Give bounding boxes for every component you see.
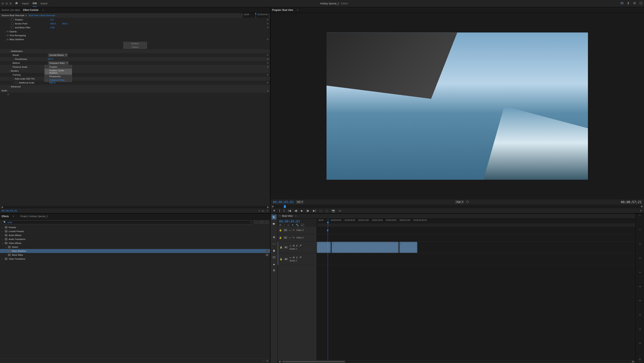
expand-arrow[interactable]: › bbox=[5, 30, 7, 33]
export-icon[interactable]: ⇧ bbox=[266, 209, 268, 212]
new-bin-icon[interactable]: ▭ bbox=[262, 359, 264, 362]
add-marker-icon[interactable]: ▼ bbox=[273, 209, 276, 212]
expand-arrow[interactable]: › bbox=[9, 86, 11, 88]
sequence-name[interactable]: Boat View bbox=[282, 215, 293, 217]
ec-mini-timeline[interactable]: ;00;00 00;00;04;00 bbox=[243, 13, 268, 18]
home-icon[interactable] bbox=[15, 2, 18, 5]
settings-wrench-icon[interactable] bbox=[466, 200, 469, 204]
panel-menu-icon[interactable]: ≡ bbox=[295, 215, 296, 217]
cancel-button[interactable]: Cancel bbox=[123, 46, 147, 49]
nav-export[interactable]: Export bbox=[41, 2, 48, 5]
audio-clip[interactable]: fx bbox=[317, 242, 331, 253]
panel-menu-icon[interactable]: ≡ bbox=[297, 9, 298, 12]
audio-clip[interactable]: fx bbox=[400, 242, 417, 253]
fullscreen-icon[interactable] bbox=[639, 2, 642, 5]
method-option-position[interactable]: Position bbox=[45, 65, 72, 69]
rectangle-tool[interactable] bbox=[272, 255, 276, 260]
export-frame-icon[interactable]: 📷 bbox=[332, 209, 335, 212]
stopwatch-icon[interactable] bbox=[11, 26, 14, 29]
marker-icon[interactable]: ▼ bbox=[292, 224, 294, 227]
pen-tool[interactable] bbox=[272, 248, 276, 253]
hand-tool[interactable] bbox=[272, 262, 276, 266]
mute-button[interactable]: M bbox=[293, 256, 294, 259]
extract-icon[interactable]: ⬚ bbox=[326, 209, 328, 212]
expand-arrow[interactable]: › bbox=[2, 226, 4, 229]
effects-search-input[interactable] bbox=[8, 221, 249, 223]
reset-icon[interactable]: ↺ bbox=[7, 93, 9, 96]
analyze-button[interactable]: Analyze bbox=[123, 42, 147, 45]
track-lane-v3[interactable] bbox=[317, 227, 635, 234]
expand-arrow[interactable]: › bbox=[2, 234, 4, 236]
ec-zoom-bar[interactable] bbox=[2, 206, 268, 208]
snap-icon[interactable]: ⁂ bbox=[279, 224, 282, 227]
track-select-tool[interactable] bbox=[272, 221, 276, 226]
collapse-arrow[interactable]: ⌄ bbox=[5, 246, 7, 248]
fx-badge-icon[interactable]: fx bbox=[7, 31, 9, 33]
track-lane-a1[interactable]: fx fx fx bbox=[317, 241, 635, 253]
toggle-output-icon[interactable]: ▭ bbox=[290, 256, 291, 259]
solo-button[interactable]: S bbox=[296, 245, 298, 247]
track-header-v2[interactable]: 🔓 V2 ▭ 👁 Video 2 bbox=[278, 234, 317, 241]
lock-icon[interactable]: 🔓 bbox=[280, 258, 282, 260]
voice-record-icon[interactable]: 🎤 bbox=[299, 245, 301, 247]
workspace-icon[interactable] bbox=[633, 2, 636, 5]
effect-wave-warp[interactable]: Wave Warp bbox=[0, 253, 270, 257]
reset-icon[interactable]: ↺ bbox=[267, 54, 268, 57]
collapse-arrow[interactable]: ⌄ bbox=[2, 242, 4, 244]
lock-icon[interactable]: 🔓 bbox=[280, 246, 282, 249]
collapse-arrow[interactable]: ⌄ bbox=[9, 50, 11, 53]
mute-button[interactable]: M bbox=[293, 245, 294, 247]
close-window[interactable] bbox=[2, 2, 4, 5]
audio-collapse-icon[interactable]: ▴ bbox=[267, 89, 268, 92]
program-scrubber[interactable] bbox=[273, 205, 642, 208]
reset-icon[interactable]: ↺ bbox=[267, 38, 268, 41]
expand-arrow[interactable]: › bbox=[5, 34, 7, 37]
panel-menu-icon[interactable]: ≡ bbox=[42, 9, 44, 12]
timeline-zoom-bar[interactable] bbox=[282, 361, 630, 362]
maximize-window[interactable] bbox=[10, 2, 12, 5]
zoom-fit-dropdown[interactable]: Fit bbox=[296, 200, 304, 204]
eye-icon[interactable]: 👁 bbox=[292, 236, 295, 239]
panel-menu-icon[interactable]: ≡ bbox=[12, 215, 14, 218]
reset-icon[interactable]: ↺ bbox=[267, 82, 268, 84]
expand-arrow[interactable]: › bbox=[12, 82, 15, 84]
reset-icon[interactable]: ↺ bbox=[267, 62, 268, 64]
reset-icon[interactable]: ↺ bbox=[267, 74, 268, 76]
source-dropdown-icon[interactable]: ▾ bbox=[25, 14, 27, 17]
toggle-output-icon[interactable]: ▭ bbox=[289, 236, 291, 239]
dest-clip-link[interactable]: Boat View • Boat View.mp4 bbox=[29, 14, 55, 17]
collapse-arrow[interactable]: ⌄ bbox=[9, 70, 11, 72]
nav-edit[interactable]: Edit bbox=[33, 2, 37, 7]
result-dropdown[interactable]: Smooth Motion bbox=[48, 54, 68, 57]
reset-icon[interactable]: ↺ bbox=[267, 26, 268, 29]
method-option-subspace[interactable]: Subspace Warp bbox=[45, 78, 72, 82]
button-editor-icon[interactable]: + bbox=[640, 209, 642, 212]
accelerated-filter-icon[interactable]: ▭ bbox=[254, 221, 258, 224]
method-option-psr[interactable]: Position, Scale, Rotation bbox=[45, 69, 72, 75]
lift-icon[interactable]: ⬚ bbox=[320, 209, 322, 212]
expand-arrow[interactable]: › bbox=[2, 258, 4, 260]
expand-arrow[interactable]: › bbox=[9, 26, 11, 29]
type-tool[interactable] bbox=[272, 268, 276, 273]
zoom-out-knob[interactable] bbox=[279, 361, 281, 362]
share-icon[interactable] bbox=[627, 2, 630, 5]
video-preview[interactable] bbox=[326, 33, 588, 180]
toggle-output-icon[interactable]: ▭ bbox=[289, 229, 291, 231]
ec-timecode[interactable]: 00;00;03;01 bbox=[2, 209, 17, 212]
effect-controls-tab[interactable]: Effect Controls bbox=[23, 9, 38, 12]
32bit-filter-icon[interactable]: 32 bbox=[260, 221, 264, 224]
source-tab[interactable]: Source: (no clips) bbox=[2, 9, 20, 12]
stopwatch-icon[interactable] bbox=[15, 81, 18, 84]
effect-warp-stabilizer[interactable]: Warp Stabilizer bbox=[0, 249, 270, 253]
stopwatch-icon[interactable] bbox=[11, 18, 14, 21]
keyframe-nav-icon[interactable]: ▸▹ bbox=[262, 209, 264, 212]
track-header-a1[interactable]: 🔓 A1 ▭ M S 🎤 Audio 1 bbox=[278, 241, 317, 253]
solo-button[interactable]: S bbox=[296, 256, 298, 259]
program-current-tc[interactable]: 00;00;03;01 bbox=[273, 200, 294, 204]
filter-icon[interactable]: ▽ bbox=[258, 209, 260, 212]
stopwatch-icon[interactable] bbox=[11, 22, 14, 25]
mark-in-icon[interactable]: { bbox=[279, 209, 280, 212]
expand-arrow[interactable]: › bbox=[12, 78, 15, 80]
method-option-perspective[interactable]: Perspective bbox=[45, 75, 72, 78]
expand-arrow[interactable]: › bbox=[12, 58, 15, 60]
